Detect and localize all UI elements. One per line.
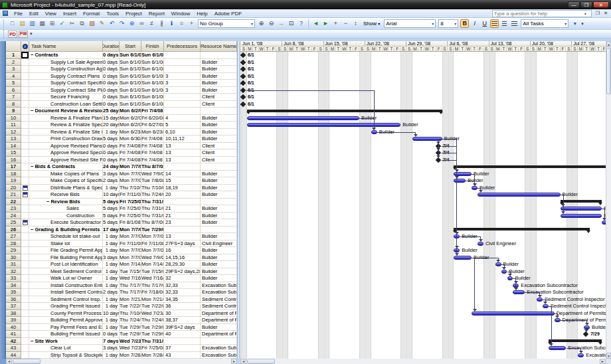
timescale-week-label[interactable]: Jun 1, '08: [241, 41, 282, 46]
resource-cell[interactable]: [201, 227, 237, 234]
predecessors-cell[interactable]: [164, 108, 201, 115]
start-cell[interactable]: Thu 7/24/08: [120, 317, 141, 324]
task-row[interactable]: 12Review & Finalize Site Plan1 dayMon 6/…: [6, 129, 237, 136]
indicator-cell[interactable]: [21, 80, 29, 87]
row-number-cell[interactable]: 28: [6, 240, 21, 248]
task-name-cell[interactable]: Construction: [29, 213, 103, 220]
task-name-cell[interactable]: Make Copies of Plans: [29, 171, 103, 178]
predecessors-cell[interactable]: 30: [164, 310, 201, 318]
menu-tools[interactable]: Tools: [103, 11, 122, 17]
task-row[interactable]: 43Clear Lot3 daysWed 7/23/08Fri 7/25/083…: [6, 345, 237, 352]
start-cell[interactable]: Sun 6/1/08: [120, 52, 141, 59]
print-icon[interactable]: ▦: [38, 19, 46, 28]
summary-bar[interactable]: [454, 228, 590, 230]
duration-cell[interactable]: 1 day: [103, 275, 120, 282]
indicator-cell[interactable]: [21, 115, 29, 122]
indicator-cell[interactable]: [21, 66, 29, 73]
row-number-cell[interactable]: 3: [6, 66, 21, 73]
finish-cell[interactable]: Mon 6/23/08: [141, 129, 164, 136]
task-name-cell[interactable]: Supply Lot Sale Agreement: [29, 59, 103, 66]
restore-button[interactable]: ❐: [580, 1, 592, 8]
finish-cell[interactable]: Sun 6/1/08: [141, 80, 164, 87]
task-row[interactable]: 27Schedule lot stake-out1 dayMon 7/7/08M…: [6, 233, 237, 240]
indicator-cell[interactable]: [21, 143, 29, 150]
indicator-cell[interactable]: [21, 163, 29, 171]
start-cell[interactable]: Mon 6/23/08: [120, 129, 141, 136]
resource-cell[interactable]: Builder: [201, 233, 237, 240]
task-row[interactable]: 22−Review Bids5 daysFri 7/25/08Thu 7/31/…: [6, 199, 237, 206]
resource-cell[interactable]: Builder: [201, 191, 237, 199]
start-cell[interactable]: Wed 7/23/08: [120, 338, 141, 345]
predecessors-cell[interactable]: [164, 52, 201, 59]
finish-cell[interactable]: Thu 8/7/08: [141, 219, 164, 227]
minimize-button[interactable]: —: [568, 1, 580, 8]
chart-horizontal-scrollbar[interactable]: ◄ ►: [240, 359, 606, 364]
indicator-cell[interactable]: [21, 213, 29, 220]
finish-cell[interactable]: Wed 7/9/08: [141, 254, 164, 262]
row-number-cell[interactable]: 4: [6, 73, 21, 80]
copy-icon[interactable]: ⧉: [78, 19, 86, 28]
task-row[interactable]: 18Make Copies of Plans3 daysMon 7/7/08We…: [6, 171, 237, 178]
duration-cell[interactable]: 5 days: [103, 199, 120, 206]
task-row[interactable]: 10Review & Finalize Plans15 daysMon 6/2/…: [6, 115, 237, 122]
task-name-cell[interactable]: Receive Bids: [29, 191, 103, 199]
timescale-week-label[interactable]: Jul 13, '08: [489, 41, 531, 46]
task-name-cell[interactable]: −Document Review & Revision: [29, 108, 103, 115]
help-search-input[interactable]: [493, 11, 584, 17]
indicator-cell[interactable]: [21, 185, 29, 192]
summary-bar[interactable]: [454, 165, 606, 168]
finish-cell[interactable]: Thu 7/24/08: [141, 191, 164, 199]
finish-cell[interactable]: Sun 6/1/08: [141, 94, 164, 101]
resource-cell[interactable]: [201, 338, 237, 345]
task-bar[interactable]: [578, 353, 584, 357]
start-cell[interactable]: Mon 6/30/08: [120, 136, 141, 143]
finish-cell[interactable]: Fri 6/20/08: [141, 115, 164, 122]
indicator-cell[interactable]: [21, 240, 29, 248]
predecessors-cell[interactable]: 37: [164, 345, 201, 352]
finish-cell[interactable]: Fri 7/18/08: [141, 289, 164, 296]
task-row[interactable]: 33Walk Lot w/ Owner1 dayWed 7/16/08Wed 7…: [6, 275, 237, 282]
copy-picture-icon[interactable]: ⊡: [287, 19, 296, 28]
task-row[interactable]: 41Building Permit Issued0 daysTue 7/29/0…: [6, 331, 237, 338]
predecessors-cell[interactable]: 32,33: [164, 289, 201, 296]
task-name-cell[interactable]: Sales: [29, 205, 103, 213]
child-close-button[interactable]: ✕: [602, 11, 610, 16]
go-to-task-icon[interactable]: →: [277, 19, 286, 28]
task-name-cell[interactable]: Make Copies of Specifications: [29, 177, 103, 185]
task-notes-icon[interactable]: ≡: [177, 19, 186, 28]
zoom-out-icon[interactable]: ⊖: [267, 19, 276, 28]
row-number-cell[interactable]: 6: [6, 87, 21, 94]
resource-cell[interactable]: Excavation Sub: [201, 345, 237, 352]
finish-cell[interactable]: Mon 7/7/08: [141, 247, 164, 254]
start-cell[interactable]: Mon 7/7/08: [120, 233, 141, 240]
collapse-icon[interactable]: −: [31, 338, 33, 344]
summary-bar[interactable]: [561, 200, 602, 203]
start-cell[interactable]: Fri 7/4/08: [120, 157, 141, 164]
finish-cell[interactable]: Fri 7/4/08: [141, 157, 164, 164]
align-center-button[interactable]: [500, 19, 509, 28]
convert-and-email-pdf-icon[interactable]: P✉: [19, 31, 28, 38]
resource-cell[interactable]: Builder: [201, 324, 237, 331]
resource-cell[interactable]: Sediment Contro: [201, 296, 237, 304]
indent-icon[interactable]: ►: [321, 19, 330, 28]
row-number-cell[interactable]: 10: [6, 115, 21, 122]
task-name-cell[interactable]: File Building Permit Application: [29, 254, 103, 262]
finish-cell[interactable]: Fri 7/4/08: [141, 143, 164, 150]
finish-cell[interactable]: Fri 7/4/08: [141, 136, 164, 143]
filter-combo[interactable]: All Tasks▾: [521, 19, 568, 28]
row-number-cell[interactable]: 23: [6, 205, 21, 213]
collapse-icon[interactable]: −: [46, 199, 49, 205]
finish-cell[interactable]: Thu 7/31/08: [141, 213, 164, 220]
resource-cell[interactable]: Builder: [201, 136, 237, 143]
predecessors-cell[interactable]: 28,29,30: [164, 261, 201, 268]
start-cell[interactable]: Mon 7/7/08: [120, 227, 141, 234]
row-number-cell[interactable]: 5: [6, 80, 21, 87]
indicator-cell[interactable]: [21, 205, 29, 213]
task-name-cell[interactable]: Execute Subcontractor Agreements: [29, 219, 103, 227]
duration-cell[interactable]: 1 day: [103, 303, 120, 310]
duration-cell[interactable]: 0 days: [103, 59, 120, 66]
child-restore-button[interactable]: ❐: [594, 11, 602, 16]
start-cell[interactable]: Fri 7/11/08: [120, 240, 141, 248]
autofilter-icon[interactable]: ▼: [570, 19, 579, 28]
duration-cell[interactable]: 0 days: [103, 66, 120, 73]
